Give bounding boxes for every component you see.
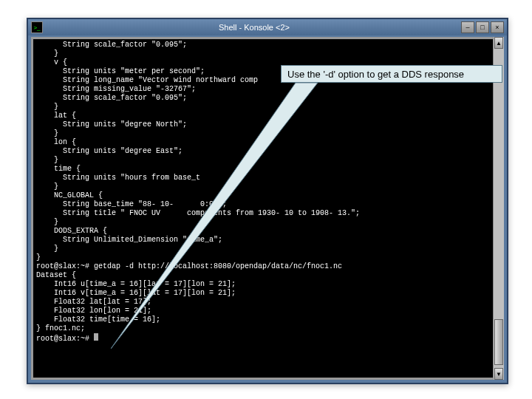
close-button[interactable]: ×: [491, 21, 504, 33]
scroll-up-icon[interactable]: ▲: [494, 37, 503, 49]
titlebar-buttons: – □ ×: [461, 21, 504, 33]
titlebar[interactable]: >_ Shell - Konsole <2> – □ ×: [28, 19, 507, 35]
window-title: Shell - Konsole <2>: [47, 23, 461, 32]
terminal-icon: >_: [31, 21, 43, 33]
terminal-cursor: [94, 333, 98, 341]
svg-marker-0: [111, 83, 318, 349]
callout-text: Use the '-d' option to get a DDS respons…: [287, 69, 464, 80]
maximize-button[interactable]: □: [476, 21, 489, 33]
annotation-callout: Use the '-d' option to get a DDS respons…: [281, 65, 502, 83]
scroll-thumb[interactable]: [494, 319, 503, 365]
scroll-down-icon[interactable]: ▼: [494, 368, 503, 380]
minimize-button[interactable]: –: [461, 21, 474, 33]
scrollbar[interactable]: ▲ ▼: [493, 37, 504, 380]
callout-pointer: [111, 83, 318, 349]
